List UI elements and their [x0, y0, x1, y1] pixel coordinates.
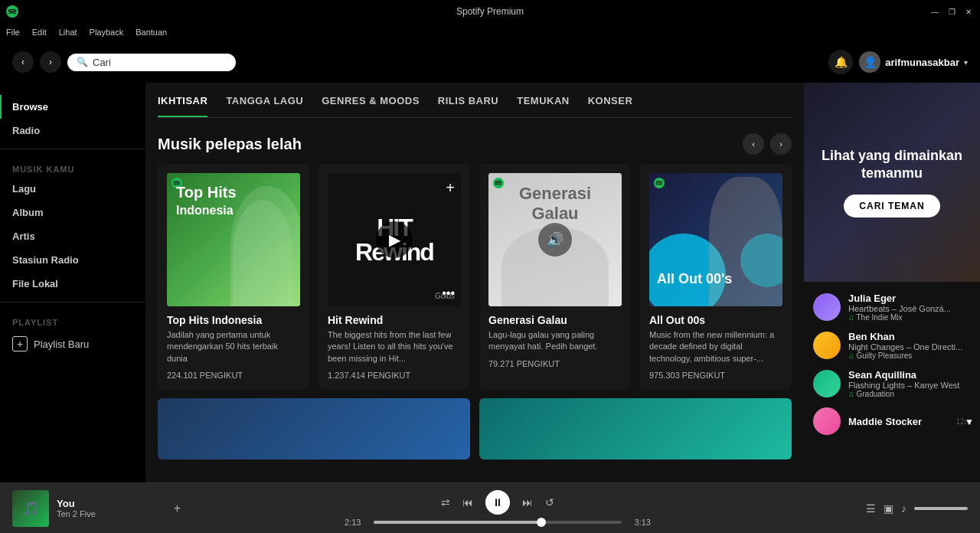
avatar-julia [813, 293, 841, 321]
menu-file[interactable]: File [6, 28, 20, 37]
search-icon: 🔍 [77, 57, 88, 67]
new-playlist-label: Playlist Baru [34, 338, 89, 350]
forward-button[interactable]: › [40, 51, 61, 73]
section-nav: ‹ › [743, 133, 792, 155]
menu-edit[interactable]: Edit [32, 28, 47, 37]
tab-rilis-baru[interactable]: RILIS BARU [438, 95, 498, 117]
play-button-hr[interactable]: ▶ [376, 221, 413, 258]
shuffle-button[interactable]: ⇄ [441, 496, 450, 508]
username: arifmunasakbar [885, 57, 959, 68]
partial-card-1[interactable] [158, 398, 470, 459]
spotify-logo [6, 5, 18, 18]
options-icon-hr[interactable]: ••• [442, 286, 455, 300]
sidebar-item-radio[interactable]: Radio [0, 119, 145, 142]
friend-item-sean[interactable]: Sean Aquillina Flashing Lights – Kanye W… [804, 365, 980, 403]
add-to-library-button[interactable]: + [174, 502, 181, 515]
card-hit-rewind[interactable]: HITRewind Golds + ▶ ••• Hit Rewind The b… [318, 164, 470, 389]
tab-temukan[interactable]: TEMUKAN [517, 95, 570, 117]
progress-track[interactable] [374, 521, 622, 524]
previous-button[interactable]: ⏮ [462, 496, 473, 508]
friend-item-maddie[interactable]: Maddie Stocker 12m [804, 403, 980, 440]
notifications-button[interactable]: 🔔 [828, 50, 853, 74]
card-desc-hr: The biggest hits from the last few years… [328, 329, 461, 365]
friend-name-maddie: Maddie Stocker [848, 416, 949, 427]
queue-button[interactable]: ☰ [866, 502, 876, 515]
friend-info-sean: Sean Aquillina Flashing Lights – Kanye W… [848, 369, 971, 398]
speaker-icon: 🔊 [538, 223, 572, 257]
friend-item-julia[interactable]: Julia Eger Heartbeats – José Gonzá... ♫ … [804, 288, 980, 326]
menu-playback[interactable]: Playback [90, 28, 124, 37]
sidebar-item-artis[interactable]: Artis [0, 224, 145, 248]
app-title: Spotify Premium [456, 6, 524, 17]
tab-konser[interactable]: KONSER [588, 95, 633, 117]
tab-genres-moods[interactable]: GENRES & MOODS [322, 95, 420, 117]
sidebar-item-album[interactable]: Album [0, 201, 145, 224]
menubar: File Edit Lihat Playback Bantuan [0, 23, 980, 41]
tab-ikhtisar[interactable]: IKHTISAR [158, 95, 207, 117]
friend-playlist-ben: ♫ Guilty Pleasures [848, 352, 971, 360]
play-pause-button[interactable]: ⏸ [485, 490, 510, 515]
control-buttons: ⇄ ⏮ ⏸ ⏭ ↺ [441, 490, 554, 515]
maximize-button[interactable]: ❐ [946, 6, 957, 17]
bottom-player-bar: 🎵 You Ten 2 Five + ⇄ ⏮ ⏸ ⏭ ↺ 2:13 3:13 ☰… [0, 482, 980, 533]
find-friends-button[interactable]: CARI TEMAN [844, 195, 939, 217]
right-panel: ▲ Lihat yang dimainkan temanmu CARI TEMA… [804, 83, 980, 482]
card-title-ao: All Out 00s [649, 314, 782, 326]
sidebar-item-file-lokal[interactable]: File Lokal [0, 272, 145, 296]
note-icon: ♫ [848, 313, 854, 322]
window-controls: — ❐ ✕ [929, 6, 974, 17]
top-navigation: ‹ › 🔍 🔔 👤 arifmunasakbar ▾ [0, 41, 980, 83]
volume-slider[interactable] [914, 507, 968, 510]
search-input[interactable] [93, 57, 215, 68]
devices-button[interactable]: ▣ [884, 502, 893, 515]
sidebar: Browse Radio MUSIK KAMU Lagu Album Artis… [0, 83, 145, 482]
minimize-button[interactable]: — [929, 6, 940, 17]
total-time: 3:13 [628, 518, 651, 527]
new-playlist-button[interactable]: + Playlist Baru [0, 330, 145, 358]
cards-grid: Top HitsIndonesia Top Hits Indonesia Jad… [158, 164, 792, 389]
card-generasi-galau[interactable]: GenerasiGalau 🔊 Generasi Galau Lagu-lagu… [479, 164, 631, 389]
nav-right: 🔔 👤 arifmunasakbar ▾ [828, 50, 968, 74]
friend-name-ben: Ben Khan [848, 331, 971, 342]
repeat-button[interactable]: ↺ [545, 496, 554, 508]
promo-content: Lihat yang dimainkan temanmu CARI TEMAN [819, 147, 965, 218]
second-row-cards [158, 398, 792, 459]
main-layout: Browse Radio MUSIK KAMU Lagu Album Artis… [0, 83, 980, 482]
friend-song-ben: Night Changes – One Directi... [848, 342, 971, 352]
note-icon-sean: ♫ [848, 390, 854, 398]
menu-lihat[interactable]: Lihat [59, 28, 77, 37]
track-info: You Ten 2 Five [57, 498, 163, 518]
sidebar-item-lagu[interactable]: Lagu [0, 177, 145, 201]
friend-item-ben[interactable]: Ben Khan Night Changes – One Directi... … [804, 326, 980, 365]
card-top-hits-indonesia[interactable]: Top HitsIndonesia Top Hits Indonesia Jad… [158, 164, 309, 389]
friend-playlist-sean: ♫ Graduation [848, 390, 971, 398]
titlebar: Spotify Premium — ❐ ✕ [0, 0, 980, 23]
scroll-down-icon[interactable]: ▼ [965, 417, 974, 427]
spotify-small-icon-ao [654, 178, 665, 191]
next-button[interactable]: ⏭ [522, 496, 533, 508]
sidebar-section-playlist: PLAYLIST [0, 309, 145, 330]
volume-icon: ♪ [901, 502, 906, 515]
card-followers-gg: 79.271 PENGIKUT [488, 359, 622, 368]
nav-arrows: ‹ › 🔍 [12, 51, 236, 73]
card-all-out-00s[interactable]: All Out 00's All Out 00s Music from the … [640, 164, 792, 389]
add-to-playlist-icon[interactable]: + [446, 179, 455, 197]
section-prev-button[interactable]: ‹ [743, 133, 764, 155]
card-desc-gg: Lagu-lagu galau yang paling menyayat hat… [488, 329, 622, 353]
tab-tangga-lagu[interactable]: TANGGA LAGU [226, 95, 303, 117]
search-box[interactable]: 🔍 [67, 54, 236, 71]
back-button[interactable]: ‹ [12, 51, 34, 73]
sidebar-item-stasiun-radio[interactable]: Stasiun Radio [0, 248, 145, 272]
menu-bantuan[interactable]: Bantuan [136, 28, 167, 37]
promo-title: Lihat yang dimainkan temanmu [819, 147, 965, 183]
partial-card-2[interactable] [479, 398, 792, 459]
sidebar-item-browse[interactable]: Browse [0, 95, 145, 119]
close-button[interactable]: ✕ [963, 6, 974, 17]
card-followers-thi: 224.101 PENGIKUT [167, 371, 300, 380]
user-profile[interactable]: 👤 arifmunasakbar ▾ [859, 51, 968, 73]
sidebar-section-musik: MUSIK KAMU [0, 155, 145, 177]
section-next-button[interactable]: › [770, 133, 792, 155]
tabs: IKHTISAR TANGGA LAGU GENRES & MOODS RILI… [158, 83, 792, 118]
friend-info-ben: Ben Khan Night Changes – One Directi... … [848, 331, 971, 360]
friend-info-julia: Julia Eger Heartbeats – José Gonzá... ♫ … [848, 293, 971, 322]
